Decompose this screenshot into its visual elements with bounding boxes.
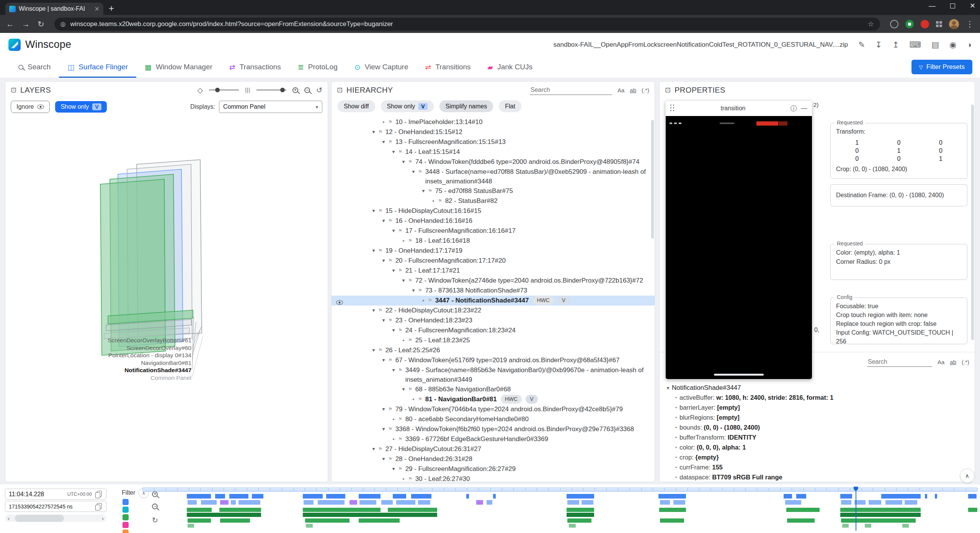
pin-icon[interactable]: ⚑ xyxy=(378,127,383,137)
hierarchy-node[interactable]: ▾⚑20 - FullscreenMagnification:17:17#20 xyxy=(332,256,655,266)
expand-arrow-icon[interactable]: ▾ xyxy=(370,206,377,216)
expand-arrow-icon[interactable]: ▾ xyxy=(370,306,377,315)
trace-icon-viewcapture[interactable] xyxy=(122,530,129,533)
expand-arrow-icon[interactable]: ▾ xyxy=(380,404,387,414)
trace-segment[interactable] xyxy=(660,500,670,505)
trace-segment[interactable] xyxy=(796,494,806,499)
hierarchy-node[interactable]: •⚑18 - Leaf:16:16#18 xyxy=(332,236,655,246)
expand-arrow-icon[interactable]: ▾ xyxy=(390,464,397,474)
tab-jank-cujs[interactable]: ▰Jank CUJs xyxy=(479,56,541,78)
layer-label[interactable]: PointerLocation - display 0#134 xyxy=(78,352,191,359)
regex-icon[interactable]: (.*) xyxy=(962,359,969,365)
pin-icon[interactable]: ⚑ xyxy=(408,236,413,245)
tab-window-manager[interactable]: ▦Window Manager xyxy=(136,56,221,78)
trace-segment[interactable] xyxy=(567,494,594,499)
bug-report-icon[interactable]: ◉ xyxy=(949,40,956,49)
hierarchy-node[interactable]: ▾⚑26 - Leaf:25:25#26 xyxy=(332,345,655,355)
trace-segment[interactable] xyxy=(303,508,381,512)
trace-segment[interactable] xyxy=(238,500,260,505)
hierarchy-node[interactable]: •⚑10 - ImePlaceholder:13:14#10 xyxy=(332,117,655,127)
pin-icon[interactable]: ⚑ xyxy=(388,355,393,365)
match-word-icon[interactable]: ab xyxy=(950,359,956,365)
expand-arrow-icon[interactable]: ▾ xyxy=(380,454,387,464)
minimize-icon[interactable]: — xyxy=(801,105,807,112)
trace-segment[interactable] xyxy=(418,500,431,505)
hierarchy-node[interactable]: ▾⚑67 - WindowToken{e5176f9 type=2019 and… xyxy=(332,355,655,365)
expand-arrow-icon[interactable]: ▾ xyxy=(390,365,397,375)
expand-arrow-icon[interactable]: ▾ xyxy=(370,345,377,355)
reload-icon[interactable]: ↻ xyxy=(38,20,44,29)
trace-segment[interactable] xyxy=(784,494,792,499)
hierarchy-node[interactable]: •⚑3447 - NotificationShade#3447HWCV xyxy=(332,296,655,306)
trace-segment[interactable] xyxy=(411,494,431,499)
hierarchy-node[interactable]: ▾⚑12 - OneHanded:15:15#12 xyxy=(332,127,655,137)
trace-segment[interactable] xyxy=(660,518,684,523)
scroll-left-icon[interactable]: ‹ xyxy=(8,515,10,522)
match-case-icon[interactable]: Aa xyxy=(617,87,624,93)
pin-icon[interactable]: ⚑ xyxy=(398,226,403,235)
hierarchy-node[interactable]: ▾⚑22 - HideDisplayCutout:18:23#22 xyxy=(332,306,655,316)
trace-icon-protolog[interactable] xyxy=(122,514,129,520)
pin-icon[interactable]: ⚑ xyxy=(378,246,383,255)
pin-icon[interactable]: ⚑ xyxy=(398,266,403,275)
timestamp-box[interactable]: 11:04:14.228 UTC+00:00 xyxy=(5,489,106,500)
expand-arrow-icon[interactable]: ▾ xyxy=(390,266,397,275)
trace-icon-surfaceflinger[interactable] xyxy=(122,499,129,505)
drag-handle-icon[interactable] xyxy=(670,105,676,112)
trace-segment[interactable] xyxy=(581,500,593,505)
copy-icon[interactable] xyxy=(95,503,103,510)
trace-segment[interactable] xyxy=(231,500,236,505)
trace-segment[interactable] xyxy=(381,500,393,505)
expand-arrow-icon[interactable]: ▾ xyxy=(380,216,387,226)
profile-avatar[interactable] xyxy=(949,19,959,29)
trace-segment[interactable] xyxy=(220,518,250,523)
pin-icon[interactable]: ⚑ xyxy=(398,325,403,335)
regex-icon[interactable]: (.*) xyxy=(642,87,649,93)
trace-segment[interactable] xyxy=(842,524,849,528)
trace-segment[interactable] xyxy=(252,494,264,499)
pin-icon[interactable]: ⚑ xyxy=(408,474,413,482)
property-row[interactable]: •activeBuffer: w: 1080, h: 2400, stride:… xyxy=(664,393,970,403)
trace-segment[interactable] xyxy=(388,508,437,512)
upload-icon[interactable]: ↥ xyxy=(892,40,899,49)
property-row[interactable]: •currFrame: 155 xyxy=(664,463,970,473)
tab-view-capture[interactable]: ⊙View Capture xyxy=(346,56,417,78)
hierarchy-node[interactable]: ▾⚑75 - ed70f88 StatusBar#75 xyxy=(332,186,655,196)
documentation-icon[interactable]: ▤ xyxy=(931,40,939,49)
layer-label[interactable]: Common Panel xyxy=(78,374,191,382)
tab-transitions[interactable]: ⇌Transitions xyxy=(416,56,479,78)
hierarchy-node[interactable]: ▾⚑3448 - Surface(name=ed70f88 StatusBar)… xyxy=(332,167,655,186)
trace-segment[interactable] xyxy=(902,524,909,528)
trace-segment[interactable] xyxy=(359,494,381,499)
properties-scrollbar[interactable] xyxy=(971,105,974,340)
hierarchy-node[interactable]: ▾⚑19 - OneHanded:17:17#19 xyxy=(332,246,655,256)
shortcuts-icon[interactable]: ⌨ xyxy=(910,40,921,49)
hierarchy-node[interactable]: ▾⚑24 - FullscreenMagnification:18:23#24 xyxy=(332,325,655,335)
expand-arrow-icon[interactable]: ▾ xyxy=(400,157,407,167)
bookmark-star-icon[interactable]: ☆ xyxy=(868,20,874,28)
trace-segment[interactable] xyxy=(787,518,815,523)
expand-arrow-icon[interactable]: ▾ xyxy=(380,137,387,147)
hierarchy-node[interactable]: •⚑81 - NavigationBar0#81HWCV xyxy=(332,394,655,404)
panel-collapse-icon[interactable]: ⊡ xyxy=(665,86,671,94)
pin-icon[interactable]: ⚑ xyxy=(418,286,423,295)
pin-icon[interactable]: ⚑ xyxy=(408,157,413,167)
extension-icon-1[interactable] xyxy=(890,20,898,28)
hierarchy-node[interactable]: ▾⚑16 - OneHanded:16:16#16 xyxy=(332,216,655,226)
extensions-grid-icon[interactable] xyxy=(936,21,942,27)
expand-arrow-icon[interactable]: ▾ xyxy=(410,286,417,295)
trace-segment[interactable] xyxy=(493,494,496,499)
scroll-right-icon[interactable]: › xyxy=(102,515,104,522)
property-row[interactable]: •color: (0, 0, 0), alpha: 1 xyxy=(664,443,970,453)
back-icon[interactable]: ← xyxy=(6,20,14,29)
panel-collapse-icon[interactable]: ⊡ xyxy=(337,86,343,94)
hierarchy-node[interactable]: ▾⚑17 - FullscreenMagnification:16:16#17 xyxy=(332,226,655,236)
property-row[interactable]: •barrierLayer: [empty] xyxy=(664,403,970,413)
property-row[interactable]: •bufferTransform: IDENTITY xyxy=(664,433,970,443)
download-icon[interactable]: ↧ xyxy=(875,40,882,49)
trace-segment[interactable] xyxy=(303,494,323,499)
layer-label[interactable]: NotificationShade#3447 xyxy=(78,366,191,374)
trace-segment[interactable] xyxy=(659,508,686,512)
trace-segment[interactable] xyxy=(840,508,920,512)
trace-segment[interactable] xyxy=(215,494,225,499)
